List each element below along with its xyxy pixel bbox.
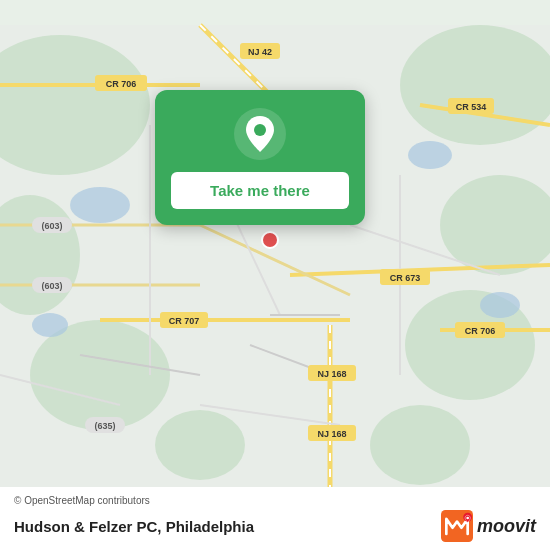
svg-text:CR 673: CR 673 bbox=[390, 273, 421, 283]
svg-point-10 bbox=[408, 141, 452, 169]
bottom-bar: © OpenStreetMap contributors Hudson & Fe… bbox=[0, 487, 550, 550]
location-card: Take me there bbox=[155, 90, 365, 225]
svg-text:CR 534: CR 534 bbox=[456, 102, 487, 112]
svg-point-11 bbox=[32, 313, 68, 337]
svg-text:CR 706: CR 706 bbox=[106, 79, 137, 89]
svg-point-12 bbox=[480, 292, 520, 318]
svg-text:(635): (635) bbox=[94, 421, 115, 431]
svg-text:NJ 42: NJ 42 bbox=[248, 47, 272, 57]
svg-text:(603): (603) bbox=[41, 281, 62, 291]
svg-text:CR 707: CR 707 bbox=[169, 316, 200, 326]
take-me-there-button[interactable]: Take me there bbox=[171, 172, 349, 209]
location-pin-icon bbox=[234, 108, 286, 160]
location-title: Hudson & Felzer PC, Philadelphia bbox=[14, 518, 254, 535]
svg-text:NJ 168: NJ 168 bbox=[317, 369, 346, 379]
moovit-logo: moovit bbox=[441, 510, 536, 542]
svg-text:(603): (603) bbox=[41, 221, 62, 231]
map-container: CR 706 NJ 42 CR 534 CR 673 CR 707 CR 706… bbox=[0, 0, 550, 550]
svg-point-58 bbox=[254, 124, 266, 136]
svg-point-56 bbox=[262, 232, 278, 248]
map-background: CR 706 NJ 42 CR 534 CR 673 CR 707 CR 706… bbox=[0, 0, 550, 550]
svg-text:NJ 168: NJ 168 bbox=[317, 429, 346, 439]
svg-point-9 bbox=[70, 187, 130, 223]
moovit-logo-icon bbox=[441, 510, 473, 542]
svg-point-61 bbox=[466, 517, 469, 520]
map-attribution: © OpenStreetMap contributors bbox=[14, 495, 536, 506]
svg-point-8 bbox=[155, 410, 245, 480]
moovit-text: moovit bbox=[477, 516, 536, 537]
svg-point-7 bbox=[370, 405, 470, 485]
svg-text:CR 706: CR 706 bbox=[465, 326, 496, 336]
